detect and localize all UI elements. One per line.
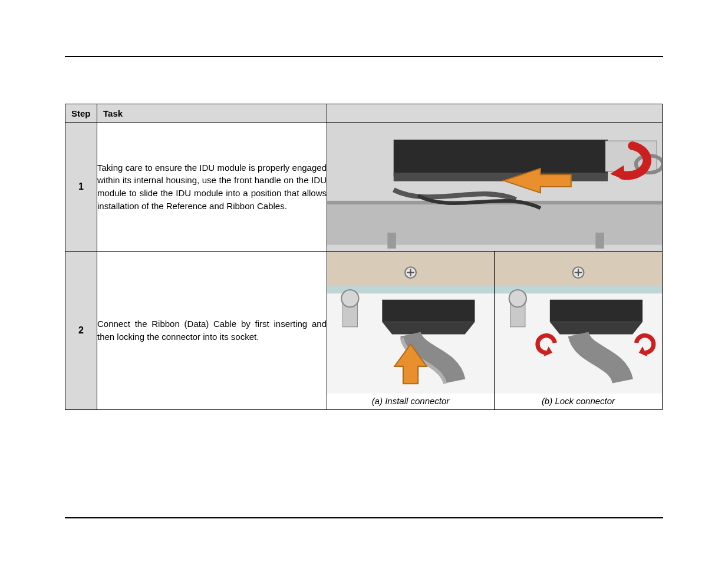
svg-marker-32 (550, 322, 643, 334)
svg-marker-19 (382, 322, 475, 334)
col-header-step: Step (65, 104, 97, 123)
svg-rect-31 (550, 300, 643, 322)
step1-image-cell (327, 123, 663, 252)
svg-rect-3 (394, 140, 608, 176)
step2-image-a-cell: (a) Install connector (327, 252, 495, 410)
header-rule (65, 56, 663, 57)
svg-point-17 (341, 290, 358, 307)
svg-rect-8 (595, 233, 604, 249)
svg-point-30 (509, 290, 526, 307)
task-text-cell: Connect the Ribbon (Data) Cable by first… (97, 252, 327, 410)
svg-rect-7 (387, 233, 396, 249)
step2-image-b-cell: (b) Lock connector (495, 252, 663, 410)
step-number-cell: 2 (65, 252, 97, 410)
svg-rect-18 (382, 300, 475, 322)
col-header-task: Task (97, 104, 327, 123)
footer-rule (65, 517, 663, 518)
step1-photo (327, 123, 662, 251)
table-row: 1 Taking care to ensure the IDU module i… (65, 123, 663, 252)
task-text-cell: Taking care to ensure the IDU module is … (97, 123, 327, 252)
steps-table: Step Task 1 Taking care to ensure the ID… (65, 104, 663, 410)
table-header-row: Step Task (65, 104, 663, 123)
step2-photo-a (327, 252, 494, 394)
lock-arrow-right-icon (636, 336, 653, 357)
step2-photo-b (495, 252, 662, 394)
step2-caption-a: (a) Install connector (327, 394, 494, 409)
lock-arrow-left-icon (538, 336, 555, 357)
svg-rect-4 (394, 173, 608, 181)
step2-caption-b: (b) Lock connector (495, 394, 662, 409)
col-header-image (327, 104, 663, 123)
step-number-cell: 1 (65, 123, 97, 252)
svg-rect-1 (327, 202, 662, 245)
table-row: 2 Connect the Ribbon (Data) Cable by fir… (65, 252, 663, 410)
content-area: Step Task 1 Taking care to ensure the ID… (65, 104, 662, 410)
